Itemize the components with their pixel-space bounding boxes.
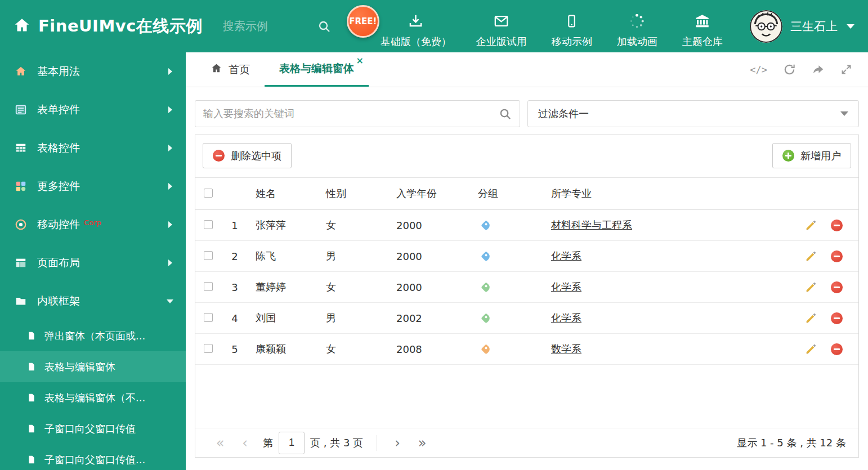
row-index: 4 xyxy=(222,312,247,324)
main-content: 首页 表格与编辑窗体 × </> xyxy=(186,52,868,470)
major-link[interactable]: 数学系 xyxy=(551,343,581,355)
user-menu[interactable]: 三生石上 xyxy=(750,10,854,43)
sidebar-item-more-controls[interactable]: 更多控件 xyxy=(0,167,186,205)
last-page-icon[interactable]: » xyxy=(410,436,435,450)
share-icon[interactable] xyxy=(812,63,825,76)
row-checkbox[interactable] xyxy=(204,220,213,229)
corp-badge: Corp xyxy=(84,218,101,227)
sidebar-subitem-child-to-parent[interactable]: 子窗口向父窗口传值 xyxy=(0,413,186,444)
edit-pencil-icon[interactable] xyxy=(804,219,817,232)
delete-row-icon[interactable] xyxy=(831,312,843,324)
sidebar-item-mobile-controls[interactable]: 移动控件 Corp xyxy=(0,205,186,244)
edit-pencil-icon[interactable] xyxy=(804,250,817,263)
next-page-icon[interactable]: › xyxy=(385,436,410,450)
sidebar-item-label: 页面布局 xyxy=(37,256,80,270)
add-user-button[interactable]: 新增用户 xyxy=(772,143,851,168)
chevron-right-icon xyxy=(168,68,172,75)
nav-item-theme-store[interactable]: 主题仓库 xyxy=(682,5,723,48)
home-icon xyxy=(14,65,28,78)
delete-row-icon[interactable] xyxy=(831,281,843,293)
close-icon[interactable]: × xyxy=(356,56,364,65)
delete-row-icon[interactable] xyxy=(831,220,843,231)
avatar[interactable] xyxy=(750,10,782,43)
tag-icon xyxy=(481,220,491,230)
major-link[interactable]: 材料科学与工程系 xyxy=(551,219,632,231)
nav-item-loading-anim[interactable]: 加载动画 xyxy=(617,5,657,48)
row-checkbox[interactable] xyxy=(204,344,213,353)
bank-icon xyxy=(695,14,710,31)
layout-icon xyxy=(14,257,28,269)
refresh-icon[interactable] xyxy=(783,63,796,76)
expand-icon[interactable] xyxy=(840,64,852,75)
grid-search-input[interactable] xyxy=(203,108,499,120)
select-all-checkbox[interactable] xyxy=(204,189,213,198)
filter-row: 过滤条件一 xyxy=(186,87,868,135)
cell-year: 2000 xyxy=(391,281,472,293)
header-search xyxy=(223,20,341,33)
table-header-row: 姓名 性别 入学年份 分组 所学专业 xyxy=(195,177,858,210)
brand[interactable]: FineUIMvc在线示例 xyxy=(14,15,203,38)
free-badge: FREE! xyxy=(347,5,379,38)
nav-item-mobile-demo[interactable]: 移动示例 xyxy=(552,5,592,48)
search-icon[interactable] xyxy=(499,108,512,120)
header-nav: FREE! 基础版（免费） 企业版试用 移动示例 xyxy=(381,5,723,48)
table-row: 5 康颖颖 女 2008 数学系 xyxy=(195,334,858,365)
row-checkbox[interactable] xyxy=(204,251,213,260)
sidebar-subitem-label: 表格与编辑窗体（不... xyxy=(44,391,145,405)
tag-icon xyxy=(481,282,491,292)
divider xyxy=(377,435,377,451)
major-link[interactable]: 化学系 xyxy=(551,250,581,262)
delete-row-icon[interactable] xyxy=(831,343,843,355)
sidebar-item-basic-usage[interactable]: 基本用法 xyxy=(0,52,186,91)
sidebar-item-label: 更多控件 xyxy=(37,179,80,194)
sidebar-subitem-child-to-parent-2[interactable]: 子窗口向父窗口传值... xyxy=(0,444,186,470)
row-checkbox[interactable] xyxy=(204,313,213,322)
app-title: FineUIMvc在线示例 xyxy=(38,15,203,38)
prev-page-icon[interactable]: ‹ xyxy=(232,436,257,450)
spinner-icon xyxy=(629,14,645,31)
header-search-input[interactable] xyxy=(223,20,317,33)
edit-pencil-icon[interactable] xyxy=(804,281,817,294)
chevron-down-icon xyxy=(167,299,173,303)
grid-search-box xyxy=(195,100,520,127)
record-summary: 显示 1 - 5 条 , 共 12 条 xyxy=(737,436,846,450)
sidebar-item-form-controls[interactable]: 表单控件 xyxy=(0,91,186,129)
edit-pencil-icon[interactable] xyxy=(804,312,817,325)
first-page-icon[interactable]: « xyxy=(208,436,232,450)
sidebar-subitem-label: 表格与编辑窗体 xyxy=(44,360,115,374)
sidebar-item-grid-controls[interactable]: 表格控件 xyxy=(0,129,186,167)
table-row: 1 张萍萍 女 2000 材料科学与工程系 xyxy=(195,210,858,241)
row-index: 5 xyxy=(222,343,247,355)
major-link[interactable]: 化学系 xyxy=(551,312,581,324)
tag-icon xyxy=(481,251,491,261)
nav-item-enterprise-trial[interactable]: 企业版试用 xyxy=(476,5,527,48)
nav-item-label: 加载动画 xyxy=(617,35,657,48)
sidebar-subitem-grid-edit-window-2[interactable]: 表格与编辑窗体（不... xyxy=(0,382,186,413)
row-checkbox[interactable] xyxy=(204,282,213,291)
filter-dropdown[interactable]: 过滤条件一 xyxy=(527,100,859,127)
sidebar-item-page-layout[interactable]: 页面布局 xyxy=(0,244,186,282)
tab-home[interactable]: 首页 xyxy=(196,52,265,87)
search-icon[interactable] xyxy=(317,20,331,33)
nav-item-label: 主题仓库 xyxy=(682,35,723,48)
sidebar-subitem-popup-window[interactable]: 弹出窗体（本页面或... xyxy=(0,320,186,351)
sidebar-subitem-grid-edit-window[interactable]: 表格与编辑窗体 xyxy=(0,351,186,382)
nav-item-basic-free[interactable]: FREE! 基础版（免费） xyxy=(381,5,451,48)
cell-gender: 女 xyxy=(320,280,391,294)
tab-grid-edit-window[interactable]: 表格与编辑窗体 × xyxy=(265,52,369,87)
cell-year: 2000 xyxy=(391,220,472,231)
edit-pencil-icon[interactable] xyxy=(804,343,817,356)
cell-gender: 男 xyxy=(320,249,391,263)
code-icon[interactable]: </> xyxy=(750,64,767,75)
page-label-prefix: 第 xyxy=(263,436,273,450)
page-number-input[interactable] xyxy=(279,432,305,454)
delete-row-icon[interactable] xyxy=(831,250,843,262)
sidebar-item-iframe[interactable]: 内联框架 xyxy=(0,282,186,320)
major-link[interactable]: 化学系 xyxy=(551,281,581,293)
cell-year: 2002 xyxy=(391,312,472,324)
delete-selected-button[interactable]: 删除选中项 xyxy=(203,143,292,168)
widgets-icon xyxy=(14,180,28,193)
envelope-icon xyxy=(493,14,509,31)
sidebar-item-label: 表单控件 xyxy=(37,102,80,117)
file-icon xyxy=(26,423,37,434)
